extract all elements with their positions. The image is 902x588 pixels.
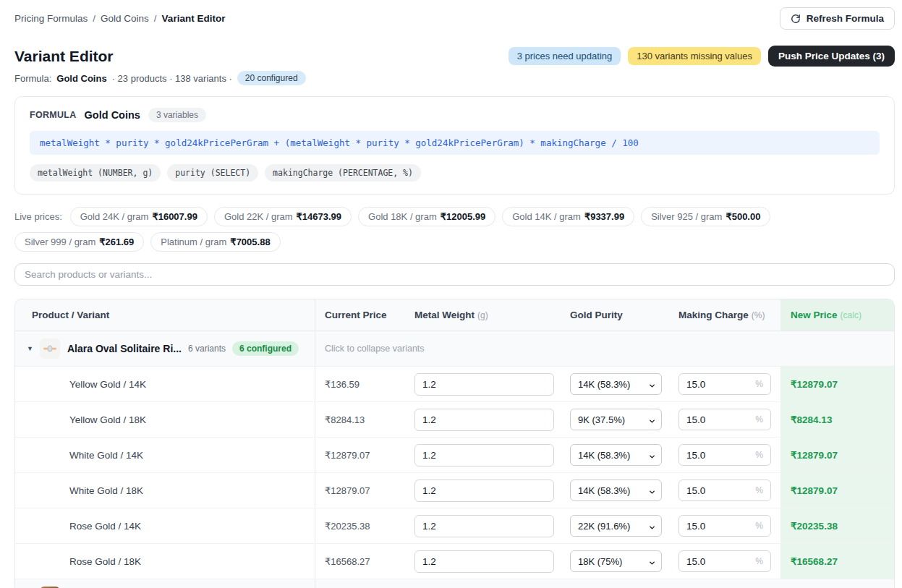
gold-purity-select[interactable]: 14K (58.3%) xyxy=(570,444,662,466)
price-chip-value: ₹16007.99 xyxy=(152,211,197,222)
making-charge-input[interactable] xyxy=(686,556,740,567)
new-price-cell: ₹8284.13 xyxy=(780,402,894,437)
metal-weight-input[interactable] xyxy=(414,550,554,573)
variant-row-yellow-gold-18k: Yellow Gold / 18K ₹8284.13 9K (37.5%) % … xyxy=(15,402,894,438)
price-chip-value: ₹9337.99 xyxy=(584,211,624,222)
page-subtitle: Formula: Gold Coins · 23 products · 138 … xyxy=(14,71,895,85)
variants-table: Product / Variant Current Price Metal We… xyxy=(14,299,895,588)
gold-purity-select[interactable]: 18K (75%) xyxy=(570,550,662,572)
column-header-making-charge: Making Charge(%) xyxy=(670,299,780,331)
column-header-metal-weight: Metal Weight(g) xyxy=(402,299,558,331)
variable-chip-makingcharge: makingCharge (PERCENTAGE, %) xyxy=(265,164,421,182)
collapse-caret-icon[interactable]: ▼ xyxy=(27,345,40,352)
formula-card-header: FORMULA Gold Coins 3 variables xyxy=(30,108,880,122)
product-group-row-dries[interactable]: ▼ Dries Pavé Oval Halo ... 6 variants 6 … xyxy=(15,579,894,588)
price-chip-value: ₹12005.99 xyxy=(441,211,486,222)
current-price-cell: ₹20235.38 xyxy=(315,508,402,543)
formula-name: Gold Coins xyxy=(85,109,140,121)
price-chip-label: Silver 999 / gram xyxy=(25,237,95,247)
formula-card: FORMULA Gold Coins 3 variables metalWeig… xyxy=(14,96,895,195)
making-charge-input[interactable] xyxy=(686,485,740,496)
variable-chip-metalweight: metalWeight (NUMBER, g) xyxy=(30,164,161,182)
gold-purity-cell: 14K (58.3%) xyxy=(558,473,670,508)
price-chip-label: Silver 925 / gram xyxy=(651,211,722,222)
variant-name-cell: Yellow Gold / 18K xyxy=(15,402,315,437)
live-prices-row: Live prices: Gold 24K / gram₹16007.99 Go… xyxy=(14,207,895,252)
top-bar: Pricing Formulas / Gold Coins / Variant … xyxy=(14,7,895,30)
percent-suffix: % xyxy=(755,485,763,495)
current-price-cell: ₹16568.27 xyxy=(315,544,402,579)
making-charge-input[interactable] xyxy=(686,450,740,461)
new-price-cell: ₹12879.07 xyxy=(780,438,894,472)
price-chip-gold-14k: Gold 14K / gram₹9337.99 xyxy=(502,207,634,226)
breadcrumb-gold-coins[interactable]: Gold Coins xyxy=(101,13,149,24)
table-header-row: Product / Variant Current Price Metal We… xyxy=(15,299,894,331)
variant-name-cell: White Gold / 14K xyxy=(15,438,315,472)
breadcrumb: Pricing Formulas / Gold Coins / Variant … xyxy=(14,13,225,24)
making-charge-cell: % xyxy=(670,438,780,472)
product-group-row-alara[interactable]: ▼ Alara Oval Solitaire Ri... 6 variants … xyxy=(15,331,894,367)
making-charge-cell: % xyxy=(670,367,780,401)
making-charge-input[interactable] xyxy=(686,379,740,390)
price-chip-gold-18k: Gold 18K / gram₹12005.99 xyxy=(358,207,495,226)
metal-weight-input[interactable] xyxy=(414,515,554,537)
variant-name-cell: White Gold / 18K xyxy=(15,473,315,508)
price-chip-value: ₹261.69 xyxy=(99,237,134,247)
current-price-cell: ₹8284.13 xyxy=(315,402,402,437)
configured-badge: 6 configured xyxy=(232,341,299,356)
metal-weight-input[interactable] xyxy=(414,409,554,431)
metal-weight-input[interactable] xyxy=(414,373,554,396)
gold-purity-cell: 9K (37.5%) xyxy=(558,402,670,437)
variant-row-yellow-gold-14k: Yellow Gold / 14K ₹136.59 14K (58.3%) % … xyxy=(15,367,894,402)
price-chip-platinum: Platinum / gram₹7005.88 xyxy=(150,232,280,252)
metal-weight-cell xyxy=(402,544,558,579)
product-name: Alara Oval Solitaire Ri... xyxy=(67,343,182,354)
percent-suffix: % xyxy=(755,414,763,425)
variant-name-cell: Rose Gold / 14K xyxy=(15,508,315,543)
metal-weight-input[interactable] xyxy=(414,480,554,502)
variant-row-rose-gold-18k: Rose Gold / 18K ₹16568.27 18K (75%) % ₹1… xyxy=(15,544,894,579)
making-charge-cell: % xyxy=(670,544,780,579)
gold-purity-select[interactable]: 22K (91.6%) xyxy=(570,515,662,537)
price-chip-gold-24k: Gold 24K / gram₹16007.99 xyxy=(70,207,208,226)
gold-purity-cell: 18K (75%) xyxy=(558,544,670,579)
current-price-cell: ₹136.59 xyxy=(315,367,402,401)
price-chip-value: ₹7005.88 xyxy=(230,237,270,247)
price-chip-value: ₹500.00 xyxy=(726,211,760,222)
making-charge-input[interactable] xyxy=(686,521,740,532)
variant-name-cell: Rose Gold / 18K xyxy=(15,544,315,579)
price-chip-label: Gold 18K / gram xyxy=(368,211,437,222)
new-price-cell: ₹12879.07 xyxy=(780,473,894,508)
product-thumbnail xyxy=(40,338,60,359)
title-row: Variant Editor 3 prices need updating 13… xyxy=(14,46,895,67)
price-chip-label: Gold 14K / gram xyxy=(512,211,581,222)
gold-purity-select[interactable]: 9K (37.5%) xyxy=(570,409,662,430)
new-price-cell: ₹20235.38 xyxy=(780,508,894,543)
gold-purity-cell: 22K (91.6%) xyxy=(558,508,670,543)
refresh-formula-label: Refresh Formula xyxy=(807,13,884,24)
gold-purity-select[interactable]: 14K (58.3%) xyxy=(570,373,662,395)
column-header-current-price: Current Price xyxy=(315,299,402,331)
new-price-cell: ₹12879.07 xyxy=(780,367,894,401)
variant-row-rose-gold-14k: Rose Gold / 14K ₹20235.38 22K (91.6%) % … xyxy=(15,508,894,544)
search-input[interactable] xyxy=(14,263,895,286)
gold-purity-select[interactable]: 14K (58.3%) xyxy=(570,480,662,501)
subtitle-formula-name: Gold Coins xyxy=(56,73,106,84)
making-charge-input[interactable] xyxy=(686,414,740,425)
breadcrumb-pricing-formulas[interactable]: Pricing Formulas xyxy=(14,13,88,24)
collapse-hint-cell[interactable]: Click to collapse variants xyxy=(315,331,894,366)
gold-purity-cell: 14K (58.3%) xyxy=(558,367,670,401)
refresh-formula-button[interactable]: Refresh Formula xyxy=(780,7,895,30)
page-title: Variant Editor xyxy=(14,48,114,65)
price-chip-label: Platinum / gram xyxy=(161,237,226,247)
percent-suffix: % xyxy=(755,379,763,389)
metal-weight-cell xyxy=(402,508,558,543)
configured-count-badge: 20 configured xyxy=(237,71,306,85)
live-prices-label: Live prices: xyxy=(14,211,62,222)
making-charge-cell: % xyxy=(670,508,780,543)
percent-suffix: % xyxy=(755,450,763,460)
metal-weight-input[interactable] xyxy=(414,444,554,466)
collapse-hint-cell[interactable]: Click to collapse variants xyxy=(315,579,894,588)
push-price-updates-button[interactable]: Push Price Updates (3) xyxy=(768,46,895,67)
product-group-cell: ▼ Dries Pavé Oval Halo ... 6 variants 6 … xyxy=(15,579,315,588)
